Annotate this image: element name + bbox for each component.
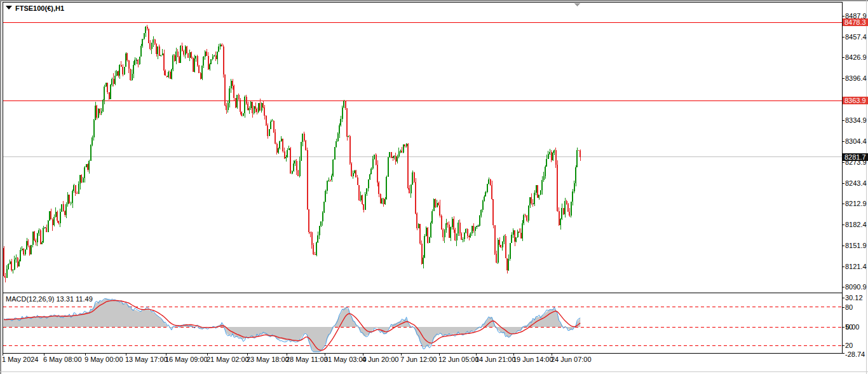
chart-canvas[interactable] bbox=[0, 0, 868, 374]
window-border-top bbox=[0, 0, 868, 1]
price-tick-label: 8426.9 bbox=[845, 53, 867, 61]
time-tick-label: 21 May 02:00 bbox=[207, 356, 249, 363]
time-tick-label: 24 Jun 07:00 bbox=[551, 356, 592, 363]
window-border-left bbox=[0, 0, 1, 374]
window-border-bottom bbox=[0, 371, 868, 372]
chart-window: FTSE100(€),H1 MACD(12,26,9) 13.31 11.49 … bbox=[0, 0, 868, 374]
time-tick-label: 12 Jun 05:00 bbox=[438, 356, 479, 363]
price-tick-label: 8304.4 bbox=[845, 137, 867, 145]
time-tick-label: 7 Jun 12:00 bbox=[400, 356, 437, 363]
price-tick-label: 8121.4 bbox=[845, 263, 867, 270]
time-tick-label: 1 May 2024 bbox=[2, 356, 38, 363]
price-tick-label: 8182.4 bbox=[845, 221, 867, 228]
price-tick-label: 8396.4 bbox=[845, 74, 867, 82]
time-tick-label: 16 May 09:00 bbox=[165, 356, 208, 363]
time-tick-label: 23 May 18:00 bbox=[247, 356, 289, 363]
macd-tick-label: 0.00 bbox=[846, 323, 859, 331]
time-tick-label: 13 May 17:00 bbox=[125, 356, 168, 363]
time-tick-label: 6 May 08:00 bbox=[43, 356, 82, 363]
macd-tick-label: -28.74 bbox=[845, 350, 865, 358]
price-tick-label: 8243.4 bbox=[845, 179, 867, 187]
price-tick-label: 8090.9 bbox=[845, 283, 867, 291]
macd-tick-label: 80 bbox=[845, 303, 853, 311]
time-tick-label: 4 Jun 20:00 bbox=[362, 356, 399, 363]
symbol-title: FTSE100(€),H1 bbox=[15, 4, 64, 12]
macd-indicator-label: MACD(12,26,9) 13.31 11.49 bbox=[6, 295, 93, 303]
price-tick-label: 8457.4 bbox=[845, 33, 867, 41]
price-badge: 8363.9 bbox=[843, 97, 868, 104]
time-tick-label: 9 May 00:00 bbox=[85, 356, 123, 363]
price-badge: 8478.3 bbox=[843, 18, 868, 26]
price-badge: 8281.7 bbox=[843, 153, 868, 161]
time-tick-label: 31 May 03:00 bbox=[324, 356, 367, 363]
macd-tick-label: 30.12 bbox=[845, 294, 863, 301]
price-tick-label: 8212.9 bbox=[845, 200, 867, 207]
price-tick-label: 8334.9 bbox=[845, 116, 867, 124]
symbol-dropdown-icon[interactable] bbox=[6, 6, 12, 10]
time-tick-label: 14 Jun 21:00 bbox=[475, 356, 516, 363]
time-tick-label: 28 May 11:00 bbox=[286, 356, 328, 363]
macd-tick-label: 20 bbox=[845, 342, 853, 349]
price-tick-label: 8151.9 bbox=[845, 242, 867, 249]
time-tick-label: 19 Jun 14:00 bbox=[513, 356, 553, 363]
